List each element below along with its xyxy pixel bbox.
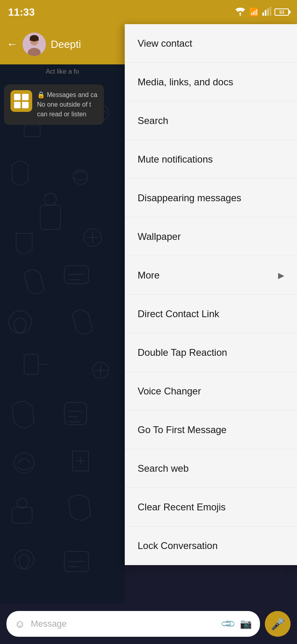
menu-item-6[interactable]: More▶ [125,256,297,295]
mic-button[interactable]: 🎤 [265,611,291,637]
svg-rect-1 [262,12,264,16]
wifi-icon [235,7,246,18]
svg-point-19 [9,311,31,333]
svg-rect-9 [30,38,39,41]
menu-item-5[interactable]: Wallpaper [125,217,297,256]
menu-item-8[interactable]: Double Tap Reaction [125,333,297,372]
message-icon [10,90,32,112]
chat-background [0,64,125,604]
emoji-button[interactable]: ☺ [14,618,25,630]
menu-item-label-13: Lock Conversation [138,540,218,551]
menu-item-12[interactable]: Clear Recent Emojis [125,488,297,526]
status-time: 11:33 [8,6,35,19]
message-input-container: ☺ Message 📎 📷 [6,611,260,637]
menu-item-1[interactable]: Media, links, and docs [125,63,297,101]
menu-item-7[interactable]: Direct Contact Link [125,295,297,333]
attachment-button[interactable]: 📎 [220,615,236,632]
signal2-icon [262,7,271,18]
svg-rect-2 [265,10,266,16]
menu-item-3[interactable]: Mute notifications [125,140,297,179]
back-button[interactable]: ← [6,38,18,51]
svg-point-16 [44,193,56,205]
svg-rect-3 [267,8,269,16]
svg-point-26 [14,550,34,569]
message-bubble: 🔒 Messages and caNo one outside of tcan … [4,85,104,125]
svg-rect-22 [64,402,87,425]
bottom-bar: ☺ Message 📎 📷 🎤 [0,604,297,644]
status-icons: 📶 53 [235,7,289,18]
menu-item-label-11: Search web [138,463,189,474]
menu-item-9[interactable]: Voice Changer [125,372,297,411]
menu-item-label-6: More [138,270,160,281]
menu-item-label-4: Disappearing messages [138,192,241,204]
svg-point-0 [239,14,241,16]
menu-item-label-12: Clear Recent Emojis [138,502,226,513]
svg-rect-24 [12,507,32,523]
menu-item-label-1: Media, links, and docs [138,76,233,88]
chat-header: ← Deepti [0,24,125,64]
menu-item-label-9: Voice Changer [138,386,201,397]
svg-rect-4 [270,7,271,16]
battery-icon: 53 [274,8,289,16]
menu-item-arrow-6: ▶ [278,270,284,280]
status-bar: 11:33 📶 53 [0,0,297,24]
chat-sub-text: Act like a fo [0,66,125,77]
svg-rect-15 [40,205,60,229]
menu-item-label-8: Double Tap Reaction [138,347,227,358]
svg-point-25 [17,498,27,508]
menu-item-10[interactable]: Go To First Message [125,411,297,449]
menu-item-label-10: Go To First Message [138,424,227,436]
context-menu: View contactMedia, links, and docsSearch… [125,24,297,565]
menu-item-13[interactable]: Lock Conversation [125,526,297,565]
menu-item-label-5: Wallpaper [138,231,181,242]
message-input[interactable]: Message [31,619,217,629]
menu-item-label-0: View contact [138,38,192,49]
menu-item-label-7: Direct Contact Link [138,308,219,320]
menu-item-label-2: Search [138,115,168,126]
avatar [23,33,46,56]
menu-item-11[interactable]: Search web [125,449,297,488]
svg-point-14 [73,170,88,184]
menu-item-label-3: Mute notifications [138,154,213,165]
menu-item-2[interactable]: Search [125,101,297,140]
menu-item-4[interactable]: Disappearing messages [125,179,297,217]
svg-rect-20 [24,354,38,374]
mic-icon: 🎤 [271,617,285,631]
svg-rect-12 [24,125,40,137]
menu-item-0[interactable]: View contact [125,24,297,63]
signal-icon: 📶 [249,7,259,17]
contact-name: Deepti [51,38,81,51]
encryption-text: 🔒 Messages and caNo one outside of tcan … [37,90,97,119]
camera-button[interactable]: 📷 [240,618,252,630]
